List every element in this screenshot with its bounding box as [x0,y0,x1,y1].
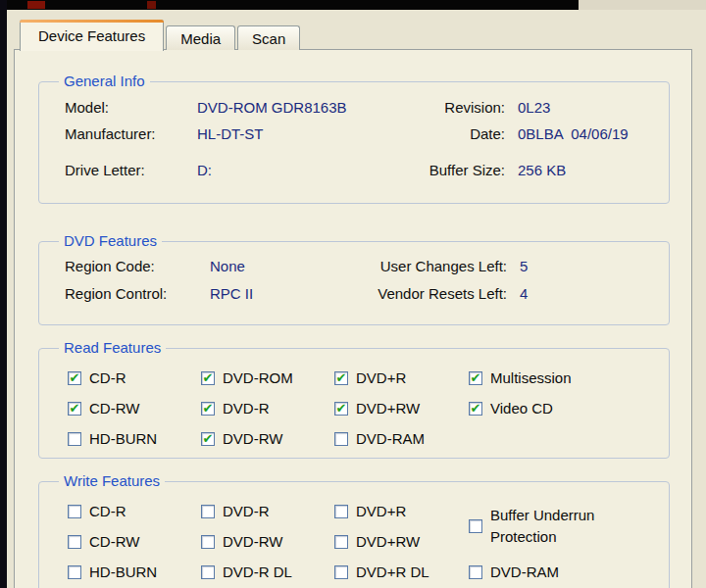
checkbox-label: HD-BURN [89,430,157,447]
checkbox-label: DVD+R DL [356,564,429,580]
checkbox-item[interactable]: ✔DVD+R [334,369,469,386]
checkbox-checked-icon[interactable]: ✔ [469,402,482,416]
read-features-title: Read Features [59,339,166,356]
checkbox-item[interactable]: ✔CD-RW [68,400,201,416]
checkbox-unchecked-icon[interactable] [469,565,482,579]
checkbox-item[interactable]: ✔DVD-RW [201,430,334,447]
checkbox-label: DVD-ROM [223,369,293,386]
checkbox-label: Buffer Underrun Protection [490,505,610,548]
titlebar-red-accent [27,1,45,9]
checkbox-unchecked-icon[interactable] [334,535,348,549]
checkbox-item[interactable]: ✔DVD+RW [334,400,469,416]
checkbox-label: CD-RW [89,400,139,416]
checkbox-label: DVD-RW [223,430,282,447]
checkbox-item[interactable]: HD-BURN [68,564,201,580]
manufacturer-row: Manufacturer: HL-DT-ST Date: 0BLBA 04/06… [65,121,669,147]
region-control-label: Region Control: [65,285,210,302]
checkbox-label: DVD-R [223,503,270,519]
region-control-value: RPC II [210,285,346,302]
dvd-features-group: DVD Features Region Code: None User Chan… [38,241,670,325]
checkbox-item[interactable]: DVD+R DL [334,564,469,580]
checkbox-item[interactable]: DVD-RAM [469,564,669,580]
checkbox-label: DVD-R [223,400,270,416]
window-left-edge [0,0,7,588]
checkbox-checked-icon[interactable]: ✔ [201,432,215,446]
checkbox-unchecked-icon[interactable] [469,519,482,533]
checkbox-label: CD-R [89,369,126,386]
dvd-features-title: DVD Features [59,232,162,249]
checkbox-item[interactable]: DVD-RW [201,533,334,550]
general-info-rows: Model: DVD-ROM GDR8163B Revision: 0L23 M… [39,82,669,183]
checkbox-unchecked-icon[interactable] [68,505,81,518]
checkbox-checked-icon[interactable]: ✔ [334,402,348,416]
checkbox-label: Multisession [490,369,572,386]
vendor-resets-label: Vendor Resets Left: [346,285,507,302]
checkbox-unchecked-icon[interactable] [201,565,215,579]
model-value: DVD-ROM GDR8163B [197,99,421,116]
region-code-value: None [210,258,346,274]
checkbox-unchecked-icon[interactable] [201,505,215,518]
checkbox-label: CD-R [89,503,126,519]
general-info-group: General Info Model: DVD-ROM GDR8163B Rev… [38,81,670,204]
checkbox-unchecked-icon[interactable] [334,432,348,446]
user-changes-value: 5 [507,258,669,274]
checkbox-item[interactable]: DVD+R [334,503,469,519]
checkbox-unchecked-icon[interactable] [68,535,81,549]
checkbox-item[interactable]: ✔CD-R [68,369,201,386]
tab-device-features[interactable]: Device Features [20,20,164,51]
manufacturer-value: HL-DT-ST [197,125,421,142]
checkbox-label: DVD-RAM [356,430,425,447]
manufacturer-label: Manufacturer: [65,125,197,142]
checkbox-label: DVD-RAM [490,564,559,580]
drive-letter-row: Drive Letter: D: Buffer Size: 256 KB [65,157,669,183]
general-info-title: General Info [59,73,150,89]
checkbox-label: DVD-RW [223,533,282,550]
window-top-edge [579,0,706,10]
write-features-group: Write Features CD-RDVD-RDVD+RBuffer Unde… [38,481,670,588]
region-code-row: Region Code: None User Changes Left: 5 [65,252,669,279]
checkbox-unchecked-icon[interactable] [68,565,81,579]
checkbox-checked-icon[interactable]: ✔ [68,402,81,416]
checkbox-item[interactable]: DVD-R DL [201,564,334,580]
titlebar-fragment [0,0,579,10]
read-features-grid: ✔CD-R✔DVD-ROM✔DVD+R✔Multisession✔CD-RW✔D… [39,349,669,454]
checkbox-label: CD-RW [89,533,139,550]
checkbox-unchecked-icon[interactable] [201,535,215,549]
checkbox-item[interactable]: DVD-R [201,503,334,519]
checkbox-item[interactable]: CD-RW [68,533,201,550]
region-control-row: Region Control: RPC II Vendor Resets Lef… [65,279,669,307]
checkbox-checked-icon[interactable]: ✔ [68,371,81,385]
checkbox-label: DVD+RW [356,533,420,550]
checkbox-item[interactable]: DVD-RAM [334,430,469,447]
region-code-label: Region Code: [65,258,210,274]
checkbox-checked-icon[interactable]: ✔ [201,402,215,416]
checkbox-label: DVD+R [356,369,406,386]
checkbox-unchecked-icon[interactable] [68,432,81,446]
checkbox-unchecked-icon[interactable] [334,505,348,518]
checkbox-checked-icon[interactable]: ✔ [201,371,215,385]
checkbox-item[interactable]: DVD+RW [334,533,469,550]
date-value: 0BLBA 04/06/19 [505,125,669,142]
buffer-size-label: Buffer Size: [421,162,505,178]
date-label: Date: [421,125,505,142]
checkbox-checked-icon[interactable]: ✔ [334,371,348,385]
checkbox-item[interactable]: HD-BURN [68,430,201,447]
write-features-title: Write Features [59,472,165,489]
checkbox-checked-icon[interactable]: ✔ [469,371,482,385]
checkbox-item[interactable]: ✔DVD-ROM [201,369,334,386]
drive-letter-label: Drive Letter: [65,162,197,178]
tab-bar: Device Features Media Scan [20,20,302,50]
tab-media[interactable]: Media [166,25,235,50]
user-changes-label: User Changes Left: [346,258,507,274]
checkbox-item[interactable]: Buffer Underrun Protection [469,505,669,548]
device-info-dialog: Device Features Media Scan General Info … [7,10,706,588]
tab-scan[interactable]: Scan [237,25,300,50]
checkbox-item[interactable]: ✔Multisession [469,369,669,386]
checkbox-item[interactable]: CD-R [68,503,201,519]
checkbox-label: Video CD [490,400,553,416]
checkbox-item[interactable]: ✔DVD-R [201,400,334,416]
checkbox-label: DVD+R [356,503,406,519]
checkbox-unchecked-icon[interactable] [334,565,348,579]
model-row: Model: DVD-ROM GDR8163B Revision: 0L23 [65,94,669,121]
checkbox-item[interactable]: ✔Video CD [469,400,669,416]
